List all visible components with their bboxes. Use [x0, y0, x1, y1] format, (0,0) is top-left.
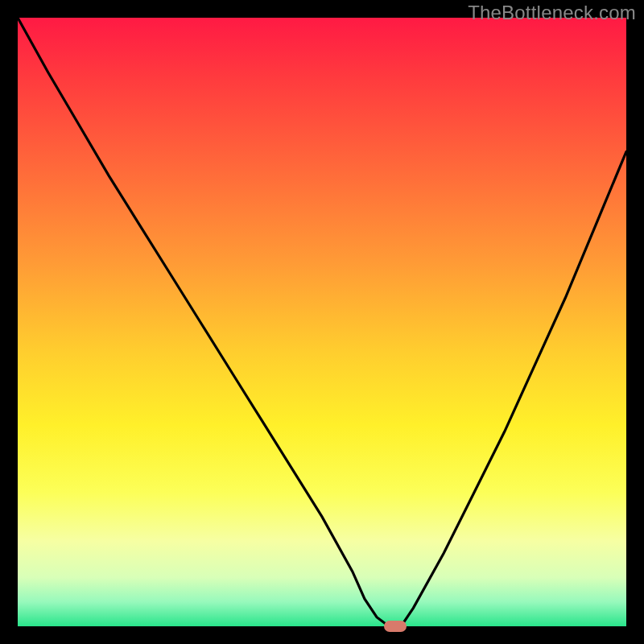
optimal-point-marker — [384, 621, 407, 632]
curve-layer — [18, 18, 626, 626]
chart-frame: TheBottleneck.com — [0, 0, 644, 644]
plot-area — [18, 18, 626, 626]
bottleneck-curve — [18, 18, 626, 626]
watermark-text: TheBottleneck.com — [468, 2, 636, 24]
